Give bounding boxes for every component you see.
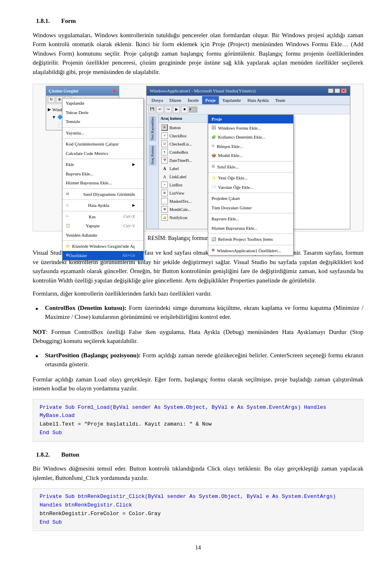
tb-item-checkbox[interactable]: ✓ CheckBox [160, 132, 207, 140]
proj-label: Kullanıcı Denetimi Ekle... [218, 134, 265, 141]
proj-tum-dosyalar[interactable]: Tüm Dosyaları Göster [208, 203, 293, 213]
menu-yapilandir[interactable]: Yapılandır [219, 96, 244, 105]
menu-team[interactable]: Team [272, 96, 288, 105]
ctx-item-tekrar-derle[interactable]: Tekrar Derle [62, 108, 143, 117]
tb-item-linklabel[interactable]: A LinkLabel [160, 173, 207, 181]
proj-icon-6: ✨ [212, 175, 216, 181]
tb-item-combobox[interactable]: ▾ ComboBox [160, 148, 207, 156]
menu-duzen[interactable]: Düzen [166, 96, 185, 105]
menu-incele[interactable]: İncele [185, 96, 202, 105]
arac-kutusu-tab[interactable]: Araç Kutusu [149, 145, 156, 166]
tb-debug[interactable]: ▶ [173, 106, 180, 113]
chklst-icon: ☑ [161, 141, 168, 147]
tb-label: DateTimePi... [169, 157, 192, 164]
ctx-separator-5 [62, 199, 143, 200]
tb-item-datetimepicker[interactable]: 📅 DateTimePi... [160, 156, 207, 164]
tb-item-notifyicon[interactable]: 🔔 NotifyIcon [160, 213, 207, 222]
tb-item-maskedtextbox[interactable]: _ MaskedTex... [160, 197, 207, 205]
proj-sinif[interactable]: 🏛 Sınıf Ekle... [208, 162, 293, 172]
section2-paragraph-1: Bir Windows düğmesini temsil eder. Butto… [33, 464, 363, 482]
code1-line3: End Sub [40, 430, 62, 436]
proj-varolan-oge[interactable]: 📄 Varolan Öğe Ekle... [208, 183, 293, 192]
ctx-item-yeniden[interactable]: Yeniden Adlandır [62, 231, 143, 240]
tb-save[interactable]: 💾 [148, 106, 156, 113]
tb-redo[interactable]: ↪ [165, 106, 172, 113]
ctx-item-ekle[interactable]: Ekle ▶ [62, 160, 143, 169]
screenshot-area: Çözüm Gezgini 📌 ↻ ⊕ ≡ ▶ WindowsApplicati… [35, 86, 361, 229]
ctx-label: Yeniden Adlandır [66, 232, 97, 239]
tb-item-listbox[interactable]: ≡ ListBox [160, 181, 207, 189]
proj-refresh-toolbox[interactable]: 🔄 Refresh Project Toolbox Items [208, 235, 293, 244]
proj-kullanici-denetimi[interactable]: 🧩 Kullanıcı Denetimi Ekle... [208, 132, 293, 142]
tb-item-button[interactable]: B Button [160, 123, 207, 132]
proj-windows-form[interactable]: 🪟 Windows Formu Ekle... [208, 123, 293, 133]
proj-label: Tüm Dosyaları Göster [212, 204, 252, 211]
ctx-item-yapilandir[interactable]: Yapılandır [62, 99, 143, 108]
tb-item-checkedlist[interactable]: ☑ CheckedLis... [160, 140, 207, 148]
proj-modul[interactable]: 📦 Modül Ekle... [208, 151, 293, 160]
ctx-icon-4: 📋 [66, 223, 70, 229]
tb-item-label[interactable]: A Label [160, 164, 207, 173]
proj-hizmet-basvuru[interactable]: Hizmet Başvurusu Ekle... [208, 224, 293, 233]
vs-main-menubar: Dosya Düzen İncele Proje Yapılandır Hata… [147, 96, 350, 105]
tb-label: ListBox [169, 182, 183, 188]
ctx-item-klasor[interactable]: 📁 Klasörde Windows Gezgini'nde Aç [62, 242, 143, 251]
maximize-button[interactable]: □ [334, 88, 340, 93]
proj-icon-4: 📦 [212, 153, 216, 159]
pin-button[interactable]: 📌 [111, 88, 116, 94]
ctx-icon-5: 📁 [66, 244, 70, 249]
toolbar-btn-1[interactable]: ↻ [48, 96, 55, 103]
veri-kaynaklari-tab[interactable]: Veri Kaynakları [149, 116, 156, 141]
bullet-dot-1: • [33, 303, 41, 315]
ctx-label: Ekle [66, 161, 74, 168]
ctx-label: Yapıştır [86, 222, 100, 229]
arac-kutusu-header: Araç kutusu [159, 114, 207, 123]
lbl-icon: A [161, 165, 168, 172]
ctx-item-basvuru[interactable]: Başvuru Ekle... [62, 169, 143, 179]
proj-ozellikler[interactable]: ⚙ WindowsApplication1 Özellikleri... [208, 246, 293, 256]
minimize-button[interactable]: _ [328, 88, 334, 93]
proj-sep-1 [208, 161, 293, 161]
ctx-item-yapistir[interactable]: 📋 Yapıştır Ctrl+V [62, 221, 143, 231]
ctx-separator-3 [62, 159, 143, 159]
ctx-item-hata[interactable]: ⚠ Hata Ayıkla ▶ [62, 201, 143, 210]
proj-label: WindowsApplication1 Özellikleri... [217, 247, 281, 254]
proj-icon-3: ⚙ [212, 143, 215, 149]
ctx-label: Temizle [66, 118, 80, 125]
ctx-item-hizmet[interactable]: Hizmet Başvurusu Ekle... [62, 178, 143, 188]
ctx-item-temizle[interactable]: Temizle [62, 117, 143, 126]
proj-yeni-oge[interactable]: ✨ Yeni Öğe Ekle... [208, 173, 293, 183]
code2-line1: Private Sub btnRenkDegistir_Click(ByVal … [40, 493, 336, 508]
ctx-item-sinif-diyagram[interactable]: 🏛 Sınıf Diyagramını Görüntüle [62, 190, 143, 199]
paragraph-3: Formların, diğer kontrollerin özellikler… [33, 289, 363, 298]
ctx-icon-3: ✂ [66, 214, 69, 220]
vs-content-area: Veri Kaynakları Araç Kutusu Araç kutusu … [147, 114, 350, 229]
ctx-label-highlighted: Özellikler [69, 252, 87, 259]
menu-hata[interactable]: Hata Ayıkla [244, 96, 272, 105]
menu-dosya[interactable]: Dosya [148, 96, 166, 105]
proj-projeden-cikart[interactable]: Projeden Çıkart [208, 194, 293, 203]
ctx-item-metrics[interactable]: Calculate Code Metrics [62, 149, 143, 158]
ctx-item-cozumleme[interactable]: Kod Çözümlermesini Çalıştır [62, 139, 143, 149]
proj-basvuru[interactable]: Başvuru Ekle... [208, 214, 293, 224]
bullet-title-1: ControlBox (Denetim kutusu): [45, 305, 127, 311]
tb-stop[interactable]: ■ [181, 106, 188, 113]
section-number-2: 1.8.2. [33, 450, 53, 459]
tb-item-listview[interactable]: ⊞ ListView [160, 189, 207, 197]
proj-label: Refresh Project Toolbox Items [218, 236, 273, 243]
proj-label: Hizmet Başvurusu Ekle... [212, 225, 258, 232]
lv-icon: ⊞ [161, 190, 168, 196]
ctx-item-kes[interactable]: ✂ Kes Ctrl+X [62, 212, 143, 222]
ctx-item-yayimla[interactable]: Yayımla... [62, 128, 143, 138]
tb-item-monthcalendar[interactable]: 🗓 MonthCale... [160, 205, 207, 213]
tb-combo[interactable]: ▾ [189, 107, 197, 112]
paragraph-1: Windows uygulamaları, Windows kontroller… [33, 31, 363, 77]
dtp-icon: 📅 [161, 157, 168, 164]
close-button[interactable]: ✕ [341, 88, 347, 93]
expand-icon-2: ▼ [52, 114, 56, 120]
tb-undo[interactable]: ↩ [156, 106, 164, 113]
bullet-section-1: • ControlBox (Denetim kutusu): Form üzer… [33, 303, 363, 322]
proj-bilesen[interactable]: ⚙ Bileşen Ekle... [208, 142, 293, 151]
ctx-item-ozellikler[interactable]: ⚙ Özellikler Alt+Gir [62, 251, 143, 260]
menu-proje[interactable]: Proje [202, 96, 219, 105]
